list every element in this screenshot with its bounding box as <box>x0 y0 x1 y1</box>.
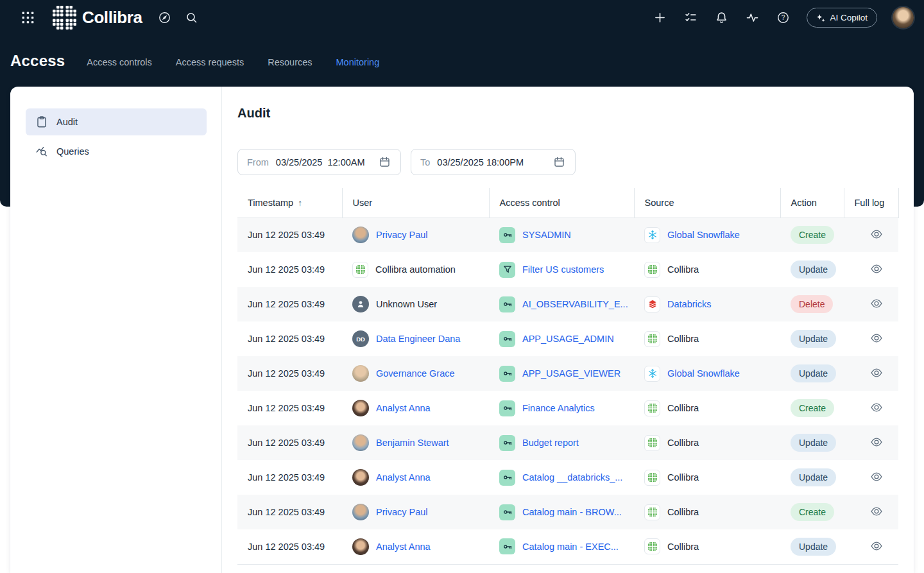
timestamp-cell: Jun 12 2025 03:49 <box>237 321 342 356</box>
table-row: Jun 12 2025 03:49 Privacy Paul SYSADMIN … <box>237 218 898 252</box>
user-avatar <box>352 504 369 520</box>
source-name: Collibra <box>667 472 699 483</box>
plus-icon[interactable] <box>649 6 671 28</box>
user-name[interactable]: Analyst Anna <box>376 542 431 552</box>
calendar-icon[interactable] <box>552 155 566 169</box>
eye-icon <box>870 436 883 449</box>
topbar: Collibra ? AI Copilot <box>0 0 924 35</box>
content-panel: Audit Queries Audit From 03/25/2025 12:0… <box>10 87 914 573</box>
user-profile-avatar[interactable] <box>893 7 914 28</box>
timestamp-cell: Jun 12 2025 03:49 <box>237 287 342 321</box>
action-badge: Update <box>791 538 836 556</box>
view-full-log-button[interactable] <box>869 470 884 484</box>
action-badge: Delete <box>791 295 833 313</box>
table-row: Jun 12 2025 03:49 Collibra automation Fi… <box>237 252 898 287</box>
table-row: Jun 12 2025 03:49 Unknown User AI_OBSERV… <box>237 287 898 321</box>
user-name[interactable]: Privacy Paul <box>376 230 428 240</box>
activity-pulse-icon[interactable] <box>741 6 763 28</box>
tab-monitoring[interactable]: Monitoring <box>336 57 380 67</box>
access-control-link[interactable]: APP_USAGE_VIEWER <box>522 368 620 379</box>
eye-icon <box>870 540 883 552</box>
action-badge: Create <box>791 399 834 417</box>
access-control-link[interactable]: Finance Analytics <box>522 403 595 413</box>
action-badge: Update <box>791 434 836 452</box>
help-icon[interactable]: ? <box>772 6 794 28</box>
user-name: Unknown User <box>376 299 437 309</box>
table-row: Jun 12 2025 03:49 Analyst Anna Catalog m… <box>237 529 898 564</box>
column-header-timestamp[interactable]: Timestamp↑ <box>237 188 342 218</box>
access-control-icon <box>499 538 515 554</box>
to-date-input[interactable]: To 03/25/2025 18:00PM <box>411 149 576 175</box>
user-name[interactable]: Data Engineer Dana <box>376 334 460 344</box>
column-header-source: Source <box>634 188 780 218</box>
view-full-log-button[interactable] <box>869 331 884 345</box>
tasks-icon[interactable] <box>680 6 701 28</box>
source-name: Collibra <box>667 264 699 275</box>
user-name[interactable]: Privacy Paul <box>376 507 428 517</box>
access-control-icon <box>499 400 515 416</box>
access-control-link[interactable]: APP_USAGE_ADMIN <box>522 334 614 344</box>
to-label: To <box>420 157 430 167</box>
table-row: Jun 12 2025 03:49 Analyst Anna Finance A… <box>237 391 898 425</box>
apps-grid-icon[interactable] <box>17 6 38 28</box>
user-name[interactable]: Analyst Anna <box>376 472 431 483</box>
table-row: Jun 12 2025 03:49 Analyst Anna Catalog _… <box>237 460 898 495</box>
access-control-icon <box>499 435 515 451</box>
clipboard-icon <box>35 115 48 128</box>
view-full-log-button[interactable] <box>869 504 884 518</box>
view-full-log-button[interactable] <box>869 400 884 415</box>
sidebar-item-audit[interactable]: Audit <box>26 108 207 135</box>
view-full-log-button[interactable] <box>869 366 884 380</box>
access-control-link[interactable]: SYSADMIN <box>522 230 571 240</box>
view-full-log-button[interactable] <box>869 296 884 311</box>
access-control-link[interactable]: AI_OBSERVABILITY_E... <box>522 299 628 309</box>
timestamp-cell: Jun 12 2025 03:49 <box>237 252 342 287</box>
source-icon <box>644 470 660 486</box>
access-control-link[interactable]: Filter US customers <box>522 264 604 275</box>
timestamp-cell: Jun 12 2025 03:49 <box>237 391 342 425</box>
action-badge: Create <box>791 226 834 244</box>
access-control-link[interactable]: Catalog main - BROW... <box>522 507 622 517</box>
view-full-log-button[interactable] <box>869 227 884 241</box>
collibra-mark-icon <box>53 6 76 30</box>
tab-access-requests[interactable]: Access requests <box>176 57 244 67</box>
user-name[interactable]: Benjamin Stewart <box>376 438 449 448</box>
collibra-logo[interactable]: Collibra <box>53 6 142 30</box>
view-full-log-button[interactable] <box>869 435 884 449</box>
access-control-link[interactable]: Catalog __databricks_... <box>522 472 622 483</box>
from-date-input[interactable]: From 03/25/2025 12:00AM <box>237 149 401 175</box>
user-name[interactable]: Analyst Anna <box>376 403 431 413</box>
tab-resources[interactable]: Resources <box>268 57 312 67</box>
search-icon[interactable] <box>181 6 203 28</box>
view-full-log-button[interactable] <box>869 262 884 276</box>
source-name: Collibra <box>667 403 699 413</box>
ai-copilot-button[interactable]: AI Copilot <box>807 8 877 28</box>
notifications-bell-icon[interactable] <box>710 6 732 28</box>
brand-wordmark: Collibra <box>82 8 142 28</box>
table-row: Jun 12 2025 03:49 Benjamin Stewart Budge… <box>237 425 898 460</box>
calendar-icon[interactable] <box>377 155 391 169</box>
sidebar-item-queries[interactable]: Queries <box>26 138 207 165</box>
source-name[interactable]: Databricks <box>667 299 712 309</box>
view-full-log-button[interactable] <box>869 539 884 553</box>
action-badge: Update <box>791 364 836 382</box>
column-header-access-control: Access control <box>489 188 634 218</box>
user-name[interactable]: Governance Grace <box>376 368 455 379</box>
source-icon <box>644 538 660 554</box>
access-control-icon <box>499 296 515 312</box>
from-value: 03/25/2025 12:00AM <box>276 157 365 167</box>
sidebar: Audit Queries <box>10 87 222 573</box>
eye-icon <box>870 262 883 275</box>
audit-heading: Audit <box>237 106 899 121</box>
audit-table: Timestamp↑ User Access control Source Ac… <box>237 188 899 565</box>
tab-access-controls[interactable]: Access controls <box>87 57 152 67</box>
eye-icon <box>870 228 883 241</box>
source-name[interactable]: Global Snowflake <box>667 368 740 379</box>
source-name[interactable]: Global Snowflake <box>667 230 740 240</box>
compass-icon[interactable] <box>154 6 176 28</box>
main-content: Audit From 03/25/2025 12:00AM To 03/25/2… <box>222 87 914 573</box>
eye-icon <box>870 505 883 518</box>
eye-icon <box>870 401 883 414</box>
access-control-link[interactable]: Budget report <box>522 438 579 448</box>
access-control-link[interactable]: Catalog main - EXEC... <box>522 542 619 552</box>
